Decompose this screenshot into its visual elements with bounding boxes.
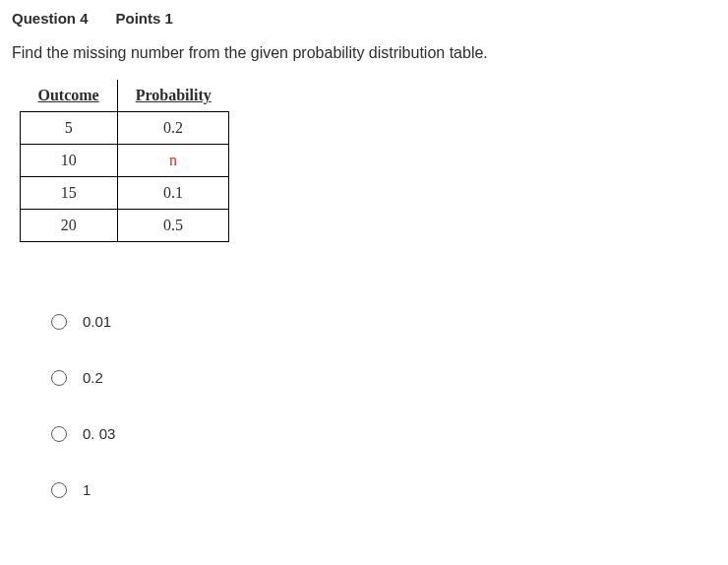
question-prompt: Find the missing number from the given p… [12, 44, 716, 62]
probability-cell: n [117, 145, 229, 177]
outcome-cell: 20 [21, 210, 118, 242]
radio-icon[interactable] [51, 314, 67, 330]
table-row: 5 0.2 [21, 112, 229, 145]
radio-icon[interactable] [51, 482, 67, 498]
question-header: Question 4 Points 1 [12, 10, 716, 27]
table-row: 20 0.5 [21, 210, 229, 242]
question-points: Points 1 [116, 10, 173, 27]
radio-icon[interactable] [51, 370, 67, 386]
table-row: 10 n [21, 145, 229, 177]
option-label: 1 [83, 481, 91, 498]
table-header-probability: Probability [117, 80, 229, 112]
outcome-cell: 5 [21, 112, 118, 145]
radio-icon[interactable] [51, 426, 67, 442]
unknown-variable: n [169, 152, 177, 168]
table-header-outcome: Outcome [21, 80, 118, 112]
probability-cell: 0.5 [117, 210, 229, 242]
outcome-cell: 10 [21, 145, 118, 177]
outcome-cell: 15 [21, 177, 118, 210]
probability-cell: 0.1 [117, 177, 229, 210]
option-row[interactable]: 1 [51, 481, 716, 498]
option-row[interactable]: 0.01 [51, 313, 716, 330]
question-number: Question 4 [12, 10, 89, 27]
option-row[interactable]: 0. 03 [51, 425, 716, 442]
option-label: 0. 03 [83, 425, 115, 442]
option-label: 0.01 [83, 313, 111, 330]
probability-table: Outcome Probability 5 0.2 10 n 15 0.1 20… [20, 80, 229, 242]
table-row: 15 0.1 [21, 177, 229, 210]
option-label: 0.2 [83, 369, 103, 386]
option-row[interactable]: 0.2 [51, 369, 716, 386]
probability-cell: 0.2 [117, 112, 229, 145]
answer-options: 0.01 0.2 0. 03 1 [12, 313, 716, 498]
